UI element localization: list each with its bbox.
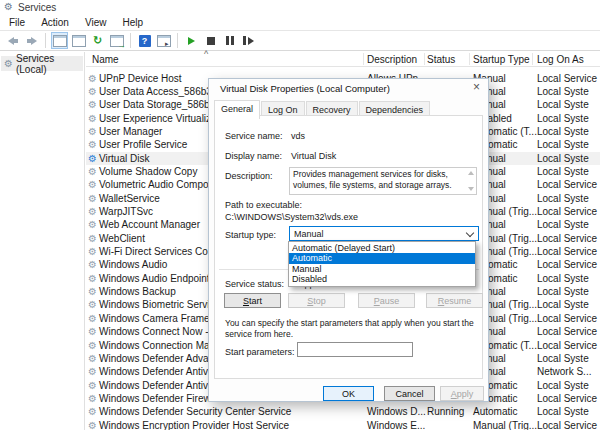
ok-button[interactable]: OK bbox=[323, 386, 374, 401]
service-gear-icon: ⚙ bbox=[88, 285, 97, 298]
service-name-cell: Windows Backup bbox=[99, 285, 176, 298]
service-gear-icon: ⚙ bbox=[88, 379, 97, 392]
path-label: Path to executable: bbox=[225, 200, 302, 210]
service-gear-icon: ⚙ bbox=[88, 98, 97, 111]
service-gear-icon: ⚙ bbox=[88, 272, 97, 285]
tree-item-label: Services (Local) bbox=[16, 53, 83, 75]
dropdown-option-manual[interactable]: Manual bbox=[289, 264, 475, 274]
start-button[interactable]: Start bbox=[224, 293, 281, 308]
service-gear-icon: ⚙ bbox=[88, 312, 97, 325]
service-name-cell: Windows Defender Security Center Service bbox=[99, 405, 291, 418]
media-pane-icon[interactable] bbox=[155, 32, 172, 49]
log-on-as-cell: Local Syste bbox=[537, 405, 589, 418]
log-on-as-cell: Local Service bbox=[537, 205, 597, 218]
forward-icon[interactable] bbox=[23, 32, 40, 49]
service-name-cell: User Data Access_586b3 bbox=[99, 85, 212, 98]
service-gear-icon: ⚙ bbox=[88, 112, 97, 125]
cancel-button[interactable]: Cancel bbox=[384, 386, 435, 401]
scroll-down-icon[interactable] bbox=[468, 187, 474, 191]
dialog-titlebar: Virtual Disk Properties (Local Computer)… bbox=[209, 79, 488, 97]
chevron-down-icon bbox=[466, 229, 474, 237]
column-header-description[interactable]: Description bbox=[367, 54, 417, 65]
resume-button: Resume bbox=[426, 293, 483, 308]
service-name-cell: Virtual Disk bbox=[99, 152, 149, 165]
service-name-cell: Windows Encryption Provider Host Service bbox=[99, 419, 289, 430]
service-gear-icon: ⚙ bbox=[88, 218, 97, 231]
restart-icon[interactable] bbox=[240, 32, 257, 49]
log-on-as-cell: Local Service bbox=[537, 232, 597, 245]
start-parameters-input[interactable] bbox=[297, 342, 413, 357]
scroll-up-icon[interactable] bbox=[468, 171, 474, 175]
service-gear-icon: ⚙ bbox=[88, 392, 97, 405]
log-on-as-cell: Local Service bbox=[537, 339, 597, 352]
tree-item-services-local[interactable]: ⚙ Services (Local) bbox=[1, 56, 83, 71]
log-on-as-cell: Network S... bbox=[537, 365, 591, 378]
display-name-label: Display name: bbox=[225, 151, 282, 161]
properties-icon[interactable] bbox=[70, 32, 87, 49]
service-name-value: vds bbox=[291, 131, 305, 141]
toolbar bbox=[0, 30, 600, 51]
help-icon[interactable] bbox=[136, 32, 153, 49]
tab-general[interactable]: General bbox=[214, 100, 260, 119]
menu-action[interactable]: Action bbox=[33, 16, 77, 29]
log-on-as-cell: Local Syste bbox=[537, 165, 589, 178]
log-on-as-cell: Local Syste bbox=[537, 112, 589, 125]
path-value: C:\WINDOWS\System32\vds.exe bbox=[225, 212, 358, 222]
service-gear-icon: ⚙ bbox=[88, 258, 97, 271]
log-on-as-cell: Local Syste bbox=[537, 285, 589, 298]
column-divider bbox=[532, 53, 533, 65]
service-gear-icon: ⚙ bbox=[88, 419, 97, 430]
stop-icon[interactable] bbox=[202, 32, 219, 49]
start-icon[interactable] bbox=[183, 32, 200, 49]
refresh-icon[interactable] bbox=[89, 32, 106, 49]
service-name-cell: Windows Defender Advance bbox=[99, 352, 225, 365]
service-gear-icon: ⚙ bbox=[88, 152, 97, 165]
dropdown-option-automatic[interactable]: Automatic bbox=[289, 253, 475, 263]
startup-type-dropdown: Automatic (Delayed Start)AutomaticManual… bbox=[288, 241, 476, 287]
console-tree-icon[interactable] bbox=[51, 32, 68, 49]
menu-file[interactable]: File bbox=[1, 16, 33, 29]
menu-help[interactable]: Help bbox=[114, 16, 151, 29]
description-text: Provides management services for disks, … bbox=[293, 169, 464, 191]
description-box: Provides management services for disks, … bbox=[289, 167, 477, 195]
log-on-as-cell: Local Service bbox=[537, 312, 597, 325]
log-on-as-cell: Local Syste bbox=[537, 379, 589, 392]
column-header-log-on-as[interactable]: Log On As bbox=[537, 54, 584, 65]
log-on-as-cell: Local Syste bbox=[537, 138, 589, 151]
service-name-cell: Windows Defender Firewall bbox=[99, 392, 221, 405]
log-on-as-cell: Local Syste bbox=[537, 152, 589, 165]
service-gear-icon: ⚙ bbox=[88, 245, 97, 258]
pause-icon[interactable] bbox=[221, 32, 238, 49]
service-name-cell: Windows Connection Mana bbox=[99, 339, 221, 352]
window-titlebar: ⚙ Services bbox=[0, 0, 600, 15]
table-row[interactable]: ⚙Windows Encryption Provider Host Servic… bbox=[86, 419, 600, 430]
description-label: Description: bbox=[225, 171, 273, 181]
close-icon[interactable]: × bbox=[473, 81, 480, 94]
log-on-as-cell: Local Service bbox=[537, 258, 597, 271]
panel-divider bbox=[84, 52, 85, 430]
log-on-as-cell: Local Syste bbox=[537, 298, 589, 311]
service-name-cell: UPnP Device Host bbox=[99, 72, 182, 85]
column-divider bbox=[363, 53, 364, 65]
back-icon[interactable] bbox=[4, 32, 21, 49]
column-header-name[interactable]: Name bbox=[92, 54, 119, 65]
pause-button: Pause bbox=[358, 293, 415, 308]
service-name-cell: User Profile Service bbox=[99, 138, 187, 151]
dropdown-option-automatic-delayed-start[interactable]: Automatic (Delayed Start) bbox=[289, 243, 475, 253]
menu-view[interactable]: View bbox=[77, 16, 115, 29]
column-header-status[interactable]: Status bbox=[427, 54, 455, 65]
column-divider bbox=[469, 53, 470, 65]
description-cell: Windows D... bbox=[367, 405, 426, 418]
dropdown-option-disabled[interactable]: Disabled bbox=[289, 274, 475, 284]
log-on-as-cell: Local Service bbox=[537, 178, 597, 191]
table-row[interactable]: ⚙Windows Defender Security Center Servic… bbox=[86, 405, 600, 418]
service-gear-icon: ⚙ bbox=[88, 138, 97, 151]
startup-type-combobox[interactable]: Manual bbox=[289, 226, 479, 241]
services-node-icon: ⚙ bbox=[4, 58, 13, 69]
status-cell: Running bbox=[427, 405, 464, 418]
apply-button: Apply bbox=[440, 386, 484, 401]
service-name-cell: Windows Audio Endpoint B bbox=[99, 272, 219, 285]
export-list-icon[interactable] bbox=[108, 32, 125, 49]
column-header-startup-type[interactable]: Startup Type bbox=[473, 54, 530, 65]
service-gear-icon: ⚙ bbox=[88, 232, 97, 245]
